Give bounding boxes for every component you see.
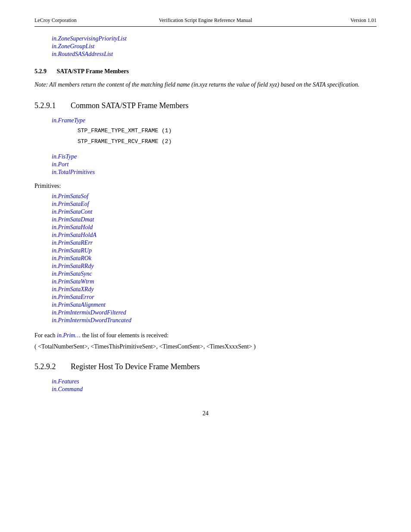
section-5292: 5.2.9.2 Register Host To Device Frame Me…	[34, 362, 377, 393]
link-zone-group[interactable]: in.ZoneGroupList	[52, 43, 377, 50]
register-links-block: in.Features in.Command	[34, 378, 377, 393]
link-prim-sata-sof[interactable]: in.PrimSataSof	[52, 193, 377, 200]
common-links-block: in.FisType in.Port in.TotalPrimitives	[34, 153, 377, 176]
primitives-links-block: in.PrimSataSof in.PrimSataEof in.PrimSat…	[34, 193, 377, 324]
link-zone-supervising[interactable]: in.ZoneSupervisingPriorityList	[52, 35, 377, 42]
header-title: Verification Script Engine Reference Man…	[149, 17, 263, 24]
for-each-paragraph: For each in.Prim… the list of four eleme…	[34, 331, 377, 340]
frame-type-container: in.FrameType STP_FRAME_TYPE_XMT_FRAME (1…	[34, 117, 377, 146]
page-number: 24	[202, 410, 209, 417]
header-version: Version 1.01	[262, 17, 377, 24]
primitives-label: Primitives:	[34, 183, 377, 190]
section-5292-number: 5.2.9.2	[34, 362, 56, 371]
top-links-block: in.ZoneSupervisingPriorityList in.ZoneGr…	[34, 35, 377, 58]
section-529-number: 5.2.9	[34, 68, 47, 75]
link-prim-sata-rerr[interactable]: in.PrimSataRErr	[52, 240, 377, 246]
section-529: 5.2.9 SATA/STP Frame Members Note: All m…	[34, 68, 377, 89]
link-in-command[interactable]: in.Command	[52, 386, 377, 393]
link-prim-sata-alignment[interactable]: in.PrimSataAlignment	[52, 302, 377, 308]
link-prim-sata-sync[interactable]: in.PrimSataSync	[52, 271, 377, 277]
link-prim-intermix-filtered[interactable]: in.PrimIntermixDwordFiltered	[52, 309, 377, 316]
link-prim-sata-cont[interactable]: in.PrimSataCont	[52, 208, 377, 215]
link-prim-sata-eof[interactable]: in.PrimSataEof	[52, 201, 377, 208]
frame-type-value-1: STP_FRAME_TYPE_XMT_FRAME (1)	[52, 127, 377, 136]
page: LeCroy Corporation Verification Script E…	[0, 0, 411, 532]
for-each-list: ( <TotalNumberSent>, <TimesThisPrimitive…	[34, 343, 377, 350]
section-5292-title: Register Host To Device Frame Members	[71, 362, 200, 371]
link-prim-sata-rrdy[interactable]: in.PrimSataRRdy	[52, 263, 377, 270]
link-prim-intermix-truncated[interactable]: in.PrimIntermixDwordTruncated	[52, 317, 377, 324]
link-in-prim-inline[interactable]: in.Prim…	[57, 332, 81, 339]
page-header: LeCroy Corporation Verification Script E…	[34, 17, 377, 27]
for-each-text-part2: the list of four elements is received:	[81, 332, 168, 339]
page-footer: 24	[34, 410, 377, 417]
section-5291-number: 5.2.9.1	[34, 101, 56, 110]
link-prim-sata-hold[interactable]: in.PrimSataHold	[52, 224, 377, 231]
link-total-primitives[interactable]: in.TotalPrimitives	[52, 169, 377, 176]
link-routed-sas[interactable]: in.RoutedSASAddressList	[52, 51, 377, 58]
link-prim-sata-wtrm[interactable]: in.PrimSataWtrm	[52, 278, 377, 285]
link-fis-type[interactable]: in.FisType	[52, 153, 377, 160]
link-prim-sata-rup[interactable]: in.PrimSataRUp	[52, 247, 377, 254]
section-5291-heading: 5.2.9.1 Common SATA/STP Frame Members	[34, 101, 377, 110]
for-each-text-part1: For each	[34, 332, 57, 339]
link-prim-sata-dmat[interactable]: in.PrimSataDmat	[52, 216, 377, 223]
link-in-port[interactable]: in.Port	[52, 161, 377, 168]
frame-type-value-2: STP_FRAME_TYPE_RCV_FRAME (2)	[52, 137, 377, 146]
section-529-heading: 5.2.9 SATA/STP Frame Members	[34, 68, 377, 75]
link-frame-type[interactable]: in.FrameType	[52, 117, 85, 124]
link-prim-sata-rok[interactable]: in.PrimSataROk	[52, 255, 377, 262]
link-prim-sata-holda[interactable]: in.PrimSataHoldA	[52, 232, 377, 239]
section-529-title: SATA/STP Frame Members	[57, 68, 129, 75]
header-company: LeCroy Corporation	[34, 17, 149, 24]
section-529-note: Note: All members return the content of …	[34, 80, 377, 89]
section-5292-heading: 5.2.9.2 Register Host To Device Frame Me…	[34, 362, 377, 371]
link-prim-sata-error[interactable]: in.PrimSataError	[52, 294, 377, 301]
link-prim-sata-xrdy[interactable]: in.PrimSataXRdy	[52, 286, 377, 293]
section-5291: 5.2.9.1 Common SATA/STP Frame Members in…	[34, 101, 377, 350]
link-in-features[interactable]: in.Features	[52, 378, 377, 385]
section-5291-title: Common SATA/STP Frame Members	[71, 101, 188, 110]
